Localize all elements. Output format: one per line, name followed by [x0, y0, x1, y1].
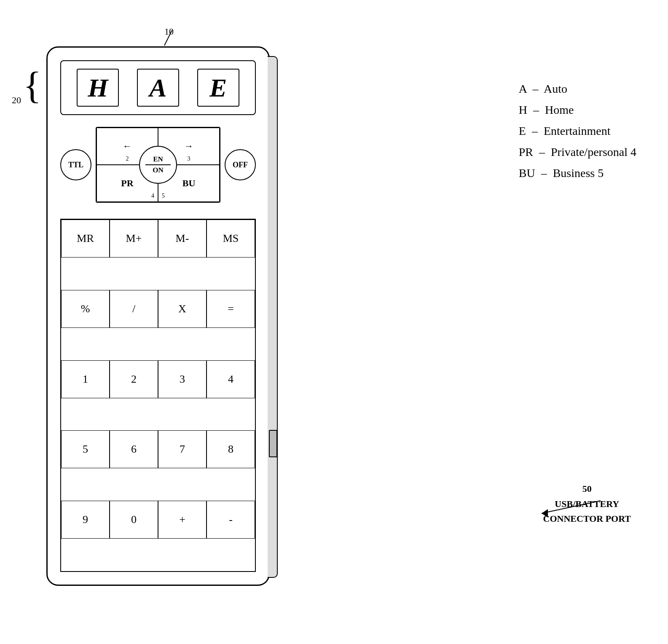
section-ref-label: 20	[12, 95, 21, 106]
mode-btn-e[interactable]: E	[197, 69, 239, 107]
legend: A – Auto H – Home E – Entertainment PR –…	[519, 82, 636, 188]
key-multiply[interactable]: X	[158, 290, 207, 328]
legend-pr: PR – Private/personal 4	[519, 145, 636, 159]
mode-btn-h[interactable]: H	[77, 69, 119, 107]
key-4[interactable]: 4	[207, 360, 255, 398]
key-3[interactable]: 3	[158, 360, 207, 398]
key-7[interactable]: 7	[158, 430, 207, 468]
key-2[interactable]: 2	[110, 360, 158, 398]
key-5[interactable]: 5	[61, 430, 110, 468]
legend-a: A – Auto	[519, 82, 636, 96]
device-body: H A E TTL ← 2 → 3 PR	[46, 46, 270, 586]
legend-e: E – Entertainment	[519, 124, 636, 138]
svg-line-0	[164, 30, 172, 46]
nav-section: TTL ← 2 → 3 PR 4 BU 5	[60, 127, 256, 203]
legend-bu: BU – Business 5	[519, 166, 636, 180]
key-ms[interactable]: MS	[207, 220, 255, 258]
key-equals[interactable]: =	[207, 290, 255, 328]
off-button[interactable]: OFF	[225, 149, 256, 180]
key-6[interactable]: 6	[110, 430, 158, 468]
key-mr[interactable]: MR	[61, 220, 110, 258]
key-plus[interactable]: +	[158, 501, 207, 539]
nav-grid: ← 2 → 3 PR 4 BU 5 EN ON	[96, 127, 220, 203]
mode-section: H A E	[60, 60, 256, 115]
key-divide[interactable]: /	[110, 290, 158, 328]
brace-symbol: {	[23, 67, 41, 105]
key-8[interactable]: 8	[207, 430, 255, 468]
key-percent[interactable]: %	[61, 290, 110, 328]
legend-h: H – Home	[519, 103, 636, 117]
key-1[interactable]: 1	[61, 360, 110, 398]
svg-line-1	[542, 501, 601, 513]
keypad: MR M+ M- MS % / X = 1 2 3 4 5 6 7 8 9 0 …	[60, 219, 256, 572]
svg-marker-2	[542, 509, 548, 518]
key-minus[interactable]: -	[207, 501, 255, 539]
en-on-button[interactable]: EN ON	[139, 146, 177, 184]
usb-port-connector	[269, 430, 277, 457]
key-9[interactable]: 9	[61, 501, 110, 539]
mode-btn-a[interactable]: A	[137, 69, 179, 107]
key-0[interactable]: 0	[110, 501, 158, 539]
ttl-button[interactable]: TTL	[60, 149, 91, 180]
usb-arrow	[525, 496, 609, 522]
key-mplus[interactable]: M+	[110, 220, 158, 258]
key-mminus[interactable]: M-	[158, 220, 207, 258]
